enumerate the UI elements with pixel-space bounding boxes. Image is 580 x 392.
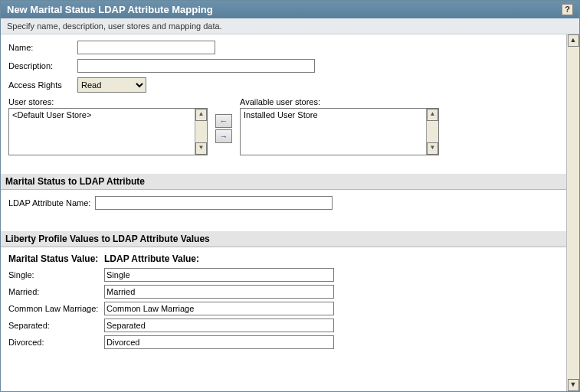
scroll-up-icon[interactable]	[568, 34, 579, 47]
help-icon[interactable]: ?	[562, 4, 573, 15]
selected-stores-column: User stores: <Default User Store>	[8, 97, 208, 155]
scroll-down-icon[interactable]	[427, 142, 438, 155]
scroll-down-icon[interactable]	[568, 379, 579, 391]
mapping-label: Divorced:	[8, 338, 104, 347]
dialog-window: New Marital Status LDAP Attribute Mappin…	[0, 0, 580, 392]
mapping-value-input[interactable]	[104, 318, 334, 332]
table-row: Divorced:	[8, 335, 572, 349]
scroll-thumb[interactable]	[195, 121, 207, 142]
table-row: Single:	[8, 268, 572, 282]
transfer-buttons: ← →	[215, 114, 232, 143]
description-input[interactable]	[77, 59, 315, 73]
row-name: Name:	[8, 41, 572, 54]
move-right-button[interactable]: →	[215, 129, 232, 143]
scroll-up-icon[interactable]	[195, 109, 207, 121]
list-item[interactable]: <Default User Store>	[12, 110, 192, 119]
available-stores-label: Available user stores:	[240, 97, 439, 106]
table-row: Married:	[8, 285, 572, 299]
dialog-body: Name: Description: Access Rights Read Us…	[1, 34, 579, 391]
scroll-up-icon[interactable]	[427, 109, 438, 121]
mapping-col2-header: LDAP Attribute Value:	[104, 253, 199, 264]
main-scrollbar[interactable]	[566, 34, 579, 391]
mapping-col1-header: Marital Status Value:	[8, 253, 104, 264]
mapping-value-input[interactable]	[104, 335, 334, 349]
available-stores-column: Available user stores: Installed User St…	[240, 97, 439, 155]
table-row: Separated:	[8, 318, 572, 332]
list-item[interactable]: Installed User Store	[244, 110, 423, 119]
content-area: Name: Description: Access Rights Read Us…	[1, 34, 579, 354]
available-stores-listbox[interactable]: Installed User Store	[240, 108, 439, 155]
name-label: Name:	[8, 43, 77, 52]
mapping-value-input[interactable]	[104, 268, 334, 282]
scrollbar[interactable]	[195, 109, 207, 155]
mapping-value-input[interactable]	[104, 285, 334, 299]
description-label: Description:	[8, 61, 77, 70]
selected-stores-label: User stores:	[8, 97, 208, 106]
mapping-table: Marital Status Value: LDAP Attribute Val…	[8, 253, 572, 349]
section-header-mapping: Liberty Profile Values to LDAP Attribute…	[1, 231, 579, 247]
mapping-label: Separated:	[8, 321, 104, 330]
ldap-attribute-label: LDAP Attribute Name:	[8, 198, 90, 207]
mapping-value-input[interactable]	[104, 302, 334, 315]
row-ldap-attribute: LDAP Attribute Name:	[8, 196, 572, 210]
scroll-thumb[interactable]	[427, 121, 438, 142]
ldap-attribute-input[interactable]	[95, 196, 333, 210]
move-left-button[interactable]: ←	[215, 114, 232, 128]
user-stores-area: User stores: <Default User Store> ←	[8, 97, 572, 155]
mapping-label: Single:	[8, 270, 104, 279]
mapping-label: Married:	[8, 287, 104, 296]
name-input[interactable]	[77, 41, 215, 54]
access-rights-select[interactable]: Read	[77, 77, 146, 93]
table-row: Common Law Marriage:	[8, 302, 572, 315]
access-rights-label: Access Rights	[8, 80, 77, 90]
row-access-rights: Access Rights Read	[8, 77, 572, 93]
section-header-ldap: Marital Status to LDAP Attribute	[1, 174, 579, 190]
mapping-header-row: Marital Status Value: LDAP Attribute Val…	[8, 253, 572, 264]
scroll-down-icon[interactable]	[195, 142, 207, 155]
scrollbar[interactable]	[426, 109, 438, 155]
selected-stores-listbox[interactable]: <Default User Store>	[8, 108, 208, 155]
dialog-title: New Marital Status LDAP Attribute Mappin…	[7, 4, 213, 15]
title-bar: New Marital Status LDAP Attribute Mappin…	[1, 1, 579, 18]
row-description: Description:	[8, 59, 572, 73]
mapping-label: Common Law Marriage:	[8, 304, 104, 313]
dialog-subtitle: Specify name, description, user stores a…	[1, 18, 579, 34]
